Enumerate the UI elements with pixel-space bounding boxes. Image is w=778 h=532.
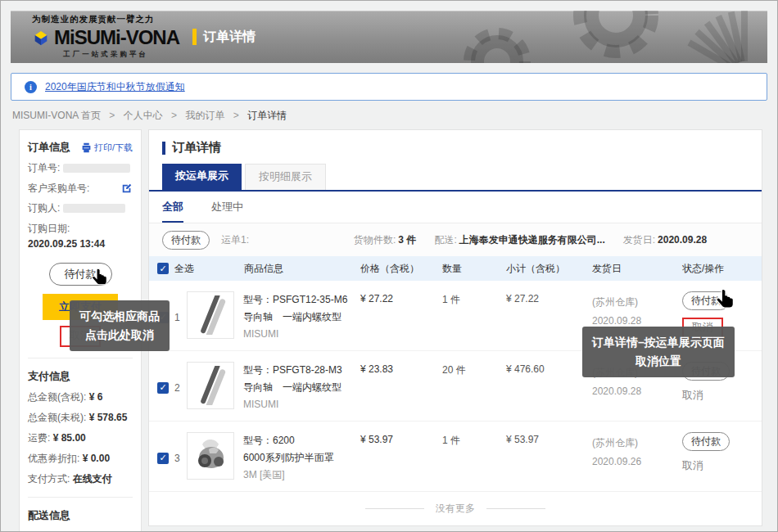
main-cancel-tooltip: 订单详情–按运单展示页面 取消位置 bbox=[582, 327, 735, 377]
shaft-product-icon bbox=[191, 295, 230, 335]
breadcrumb-separator: > bbox=[233, 110, 239, 121]
row-checkbox[interactable]: ✓ bbox=[157, 453, 169, 464]
shipment-pieces: 货物件数:3 件 bbox=[354, 233, 416, 247]
gear-decoration-icon bbox=[423, 11, 767, 63]
unit-price: ¥ 53.97 bbox=[360, 432, 442, 484]
table-header: ✓ 全选 商品信息 价格（含税） 数量 小计（含税） 发货日 状态/操作 bbox=[149, 256, 762, 281]
breadcrumb: MISUMI-VONA 首页 > 个人中心 > 我的订单 > 订单详情 bbox=[12, 109, 767, 123]
product-thumbnail[interactable] bbox=[187, 362, 234, 409]
panel-title: 订单详情 bbox=[172, 140, 221, 156]
buyer-field: 订购人: bbox=[28, 202, 133, 215]
brand-block: 为制造业的发展贡献一臂之力 MiSUMi-VONA 工厂一站式采购平台 bbox=[11, 14, 179, 60]
subtab-processing[interactable]: 处理中 bbox=[211, 200, 243, 223]
ship-date: 2020.09.26 bbox=[592, 453, 682, 471]
col-qty: 数量 bbox=[442, 262, 506, 276]
misumi-logo-icon bbox=[32, 29, 50, 47]
product-model: 型号：PSFGT12-35-M6 bbox=[243, 291, 347, 309]
quantity: 1 件 bbox=[442, 432, 506, 484]
holiday-notice-link[interactable]: 2020年国庆节和中秋节放假通知 bbox=[45, 80, 185, 94]
brand-tagline: 为制造业的发展贡献一臂之力 bbox=[32, 14, 179, 25]
hand-cursor-icon bbox=[714, 288, 739, 313]
product-name: 导向轴 一端内螺纹型 bbox=[243, 309, 347, 326]
order-date-field: 订购日期: 2020.09.25 13:44 bbox=[28, 223, 133, 251]
breadcrumb-current: 订单详情 bbox=[247, 110, 287, 121]
edit-icon[interactable] bbox=[121, 183, 133, 194]
shaft-product-icon bbox=[191, 366, 230, 405]
breadcrumb-home[interactable]: MISUMI-VONA 首页 bbox=[12, 110, 101, 121]
brand-subtitle: 工厂一站式采购平台 bbox=[32, 50, 179, 60]
subtab-all[interactable]: 全部 bbox=[162, 200, 183, 223]
row-checkbox[interactable]: ✓ bbox=[157, 382, 169, 394]
payment-info-section: 支付信息 总金额(含税): ¥ 6 总金额(未税): ¥ 578.65 运费: … bbox=[28, 358, 133, 486]
subtotal: ¥ 27.22 bbox=[506, 291, 592, 343]
breadcrumb-orders[interactable]: 我的订单 bbox=[185, 110, 224, 121]
col-price: 价格（含税） bbox=[360, 262, 442, 276]
tab-by-waybill[interactable]: 按运单展示 bbox=[162, 164, 242, 190]
product-brand: MISUMI bbox=[243, 326, 347, 343]
delivery-info-title: 配送信息 bbox=[28, 508, 133, 523]
title-accent-bar bbox=[192, 29, 197, 45]
shipping-fee: 运费: ¥ 85.00 bbox=[28, 431, 133, 445]
col-subtotal: 小计（含税） bbox=[506, 262, 592, 276]
total-without-tax: 总金额(未税): ¥ 578.65 bbox=[28, 411, 133, 425]
warehouse: (苏州仓库) bbox=[592, 434, 682, 453]
notice-bar: i 2020年国庆节和中秋节放假通知 bbox=[11, 73, 767, 101]
product-brand: MISUMI bbox=[243, 396, 342, 413]
product-model: 型号：6200 bbox=[243, 432, 334, 449]
product-name: 导向轴 一端内螺纹型 bbox=[243, 379, 342, 396]
no-more-indicator: 没有更多 bbox=[149, 502, 762, 516]
app-header: 为制造业的发展贡献一臂之力 MiSUMi-VONA 工厂一站式采购平台 订单详情 bbox=[11, 11, 767, 63]
product-name: 6000系列防护半面罩 bbox=[243, 449, 334, 467]
brand-logo-text[interactable]: MiSUMi-VONA bbox=[54, 26, 179, 49]
filter-subtabs: 全部 处理中 bbox=[149, 192, 762, 223]
respirator-product-icon bbox=[191, 436, 230, 476]
header-page-title: 订单详情 bbox=[203, 29, 256, 46]
total-with-tax: 总金额(含税): ¥ 6 bbox=[28, 390, 133, 404]
row-cancel-link[interactable]: 取消 bbox=[682, 389, 703, 401]
product-brand: 3M [美国] bbox=[243, 467, 334, 484]
payment-method: 支付方式: 在线支付 bbox=[28, 472, 133, 486]
unit-price: ¥ 27.22 bbox=[360, 291, 442, 343]
row-cancel-link[interactable]: 取消 bbox=[682, 459, 703, 471]
warehouse: (苏州仓库) bbox=[592, 293, 682, 312]
col-product: 商品信息 bbox=[187, 262, 360, 276]
unit-price: ¥ 23.83 bbox=[360, 362, 442, 413]
info-icon: i bbox=[25, 81, 37, 93]
shipment-waybill: 运单1: bbox=[221, 233, 249, 247]
breadcrumb-separator: > bbox=[109, 110, 115, 121]
order-info-title: 订单信息 bbox=[28, 140, 70, 155]
printer-icon bbox=[81, 142, 92, 153]
product-thumbnail[interactable] bbox=[187, 291, 234, 339]
order-number-field: 订单号: bbox=[28, 162, 133, 175]
tab-by-detail[interactable]: 按明细展示 bbox=[245, 164, 326, 190]
quantity: 1 件 bbox=[442, 291, 506, 343]
subtotal: ¥ 476.60 bbox=[506, 362, 592, 413]
coupon-discount: 优惠券折扣: ¥ 0.00 bbox=[28, 452, 133, 466]
shipment-date: 发货日:2020.09.28 bbox=[623, 233, 707, 247]
breadcrumb-separator: > bbox=[171, 110, 177, 121]
page: 为制造业的发展贡献一臂之力 MiSUMi-VONA 工厂一站式采购平台 订单详情… bbox=[0, 0, 778, 532]
shipment-status-badge: 待付款 bbox=[162, 231, 210, 250]
print-download-button[interactable]: 打印/下载 bbox=[81, 142, 133, 154]
quantity: 20 件 bbox=[442, 362, 506, 413]
hand-cursor-icon bbox=[90, 268, 111, 289]
breadcrumb-account[interactable]: 个人中心 bbox=[124, 110, 163, 121]
subtotal: ¥ 53.97 bbox=[506, 432, 592, 484]
table-row: ✓ 3 型号：6200 bbox=[149, 422, 762, 492]
view-tabs: 按运单展示 按明细展示 bbox=[149, 164, 762, 192]
product-thumbnail[interactable] bbox=[187, 432, 234, 480]
po-number-field: 客户采购单号: bbox=[28, 183, 133, 196]
col-shipdate: 发货日 bbox=[592, 262, 682, 276]
delivery-info-section: 配送信息 运单1: 收货人: 联系方式: 配送地址: bbox=[28, 497, 133, 532]
product-model: 型号：PSFGT8-28-M3 bbox=[243, 362, 342, 379]
sidebar-cancel-tooltip: 可勾选相应商品 点击此处取消 bbox=[70, 300, 170, 351]
ship-date: 2020.09.28 bbox=[592, 382, 682, 401]
col-status: 状态/操作 bbox=[682, 262, 756, 276]
payment-info-title: 支付信息 bbox=[28, 369, 133, 384]
select-all-checkbox[interactable]: ✓ bbox=[157, 263, 169, 274]
row-status-badge: 待付款 bbox=[682, 432, 730, 451]
shipment-summary-row: 待付款 运单1: 货物件数:3 件 配送:上海奉发申通快递服务有限公司... 发… bbox=[149, 223, 762, 256]
shipment-carrier: 配送:上海奉发申通快递服务有限公司... bbox=[434, 233, 604, 247]
panel-title-accent bbox=[162, 142, 165, 155]
